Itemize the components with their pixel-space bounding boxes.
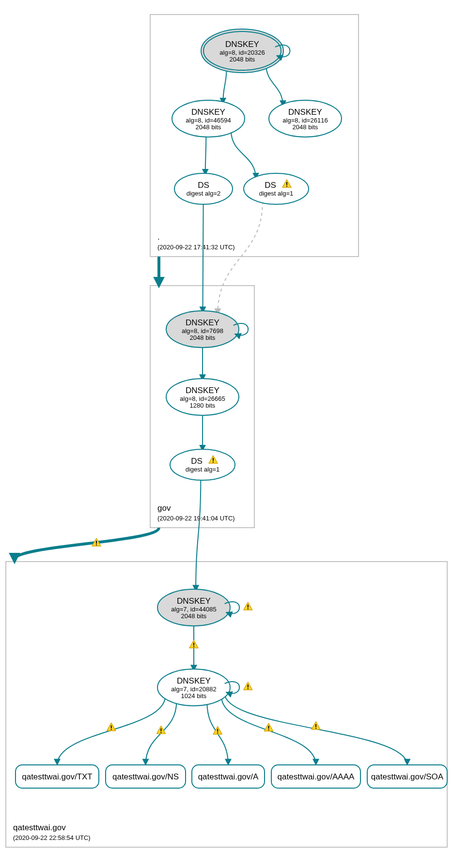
rr-qatesttwai.gov/TXT: qatesttwai.gov/TXT <box>16 765 99 788</box>
svg-text:DNSKEY: DNSKEY <box>186 386 219 395</box>
dnssec-graph: .(2020-09-22 17:41:32 UTC)gov(2020-09-22… <box>0 0 453 868</box>
svg-text:alg=7, id=44085: alg=7, id=44085 <box>171 606 216 613</box>
svg-text:.: . <box>157 232 160 242</box>
rr-qatesttwai.gov/SOA: qatesttwai.gov/SOA <box>367 765 447 788</box>
warning-icon <box>264 723 273 731</box>
svg-text:alg=8, id=46594: alg=8, id=46594 <box>186 117 231 124</box>
node-root_ds1: DSdigest alg=1 <box>244 173 309 204</box>
edge <box>203 203 203 313</box>
svg-text:DS: DS <box>198 181 209 190</box>
svg-text:2048 bits: 2048 bits <box>196 123 221 131</box>
svg-text:DNSKEY: DNSKEY <box>186 318 219 327</box>
svg-text:alg=8, id=26116: alg=8, id=26116 <box>282 117 328 124</box>
svg-text:(2020-09-22 17:41:32 UTC): (2020-09-22 17:41:32 UTC) <box>157 244 235 251</box>
node-gov_zsk: DNSKEYalg=8, id=266651280 bits <box>166 379 239 415</box>
warning-icon <box>244 682 252 690</box>
svg-text:(2020-09-22 22:58:54 UTC): (2020-09-22 22:58:54 UTC) <box>13 834 91 841</box>
node-root_ds2: DSdigest alg=2 <box>174 173 233 204</box>
svg-text:1280 bits: 1280 bits <box>190 402 216 409</box>
svg-text:alg=7, id=20882: alg=7, id=20882 <box>171 685 216 693</box>
svg-text:alg=8, id=7698: alg=8, id=7698 <box>182 327 223 335</box>
svg-text:2048 bits: 2048 bits <box>293 123 318 131</box>
svg-text:DNSKEY: DNSKEY <box>177 596 211 606</box>
node-root_zsk: DNSKEYalg=8, id=465942048 bits <box>172 100 245 137</box>
edge <box>266 63 283 107</box>
svg-text:digest alg=1: digest alg=1 <box>259 190 293 197</box>
svg-text:DNSKEY: DNSKEY <box>177 676 211 685</box>
svg-text:2048 bits: 2048 bits <box>190 334 216 341</box>
svg-text:DNSKEY: DNSKEY <box>225 40 259 49</box>
warning-icon <box>312 722 320 730</box>
warning-icon <box>244 602 252 610</box>
svg-text:gov: gov <box>157 503 171 513</box>
svg-point-24 <box>244 173 309 204</box>
svg-text:qatesttwai.gov/TXT: qatesttwai.gov/TXT <box>22 772 93 781</box>
svg-text:DS: DS <box>265 181 276 190</box>
rr-qatesttwai.gov/NS: qatesttwai.gov/NS <box>106 765 186 788</box>
svg-text:DNSKEY: DNSKEY <box>191 107 225 117</box>
svg-point-35 <box>170 449 235 480</box>
svg-text:2048 bits: 2048 bits <box>230 56 255 63</box>
svg-text:DS: DS <box>191 457 203 466</box>
svg-text:qatesttwai.gov/A: qatesttwai.gov/A <box>198 772 259 781</box>
node-q_ksk: DNSKEYalg=7, id=440852048 bits <box>157 589 252 626</box>
svg-text:alg=8, id=20326: alg=8, id=20326 <box>219 49 265 56</box>
svg-text:DNSKEY: DNSKEY <box>288 107 322 117</box>
svg-text:alg=8, id=26665: alg=8, id=26665 <box>180 395 225 402</box>
delegation-arrow <box>15 528 159 560</box>
svg-text:qatesttwai.gov: qatesttwai.gov <box>13 823 66 832</box>
node-gov_ksk: DNSKEYalg=8, id=76982048 bits <box>166 311 248 348</box>
svg-text:qatesttwai.gov/AAAA: qatesttwai.gov/AAAA <box>278 772 355 781</box>
edge <box>205 135 206 175</box>
svg-text:digest alg=2: digest alg=2 <box>187 190 220 197</box>
node-root_k2: DNSKEYalg=8, id=261162048 bits <box>269 100 342 137</box>
edge <box>218 201 263 315</box>
node-gov_ds: DSdigest alg=1 <box>170 449 235 480</box>
edge <box>196 479 201 591</box>
warning-icon <box>107 723 116 731</box>
rr-qatesttwai.gov/AAAA: qatesttwai.gov/AAAA <box>271 765 360 788</box>
svg-text:(2020-09-22 19:41:04 UTC): (2020-09-22 19:41:04 UTC) <box>157 515 235 522</box>
node-root_ksk: DNSKEYalg=8, id=203262048 bits <box>201 29 290 73</box>
edge <box>231 131 256 179</box>
edge <box>223 66 227 104</box>
warning-icon <box>213 727 222 734</box>
svg-text:qatesttwai.gov/NS: qatesttwai.gov/NS <box>112 772 179 781</box>
svg-text:2048 bits: 2048 bits <box>181 612 207 620</box>
node-q_zsk: DNSKEYalg=7, id=208821024 bits <box>157 669 252 706</box>
svg-text:1024 bits: 1024 bits <box>181 692 207 700</box>
svg-text:qatesttwai.gov/SOA: qatesttwai.gov/SOA <box>371 772 444 781</box>
warning-icon <box>189 640 198 648</box>
svg-text:digest alg=1: digest alg=1 <box>186 466 219 473</box>
rr-qatesttwai.gov/A: qatesttwai.gov/A <box>192 765 265 788</box>
